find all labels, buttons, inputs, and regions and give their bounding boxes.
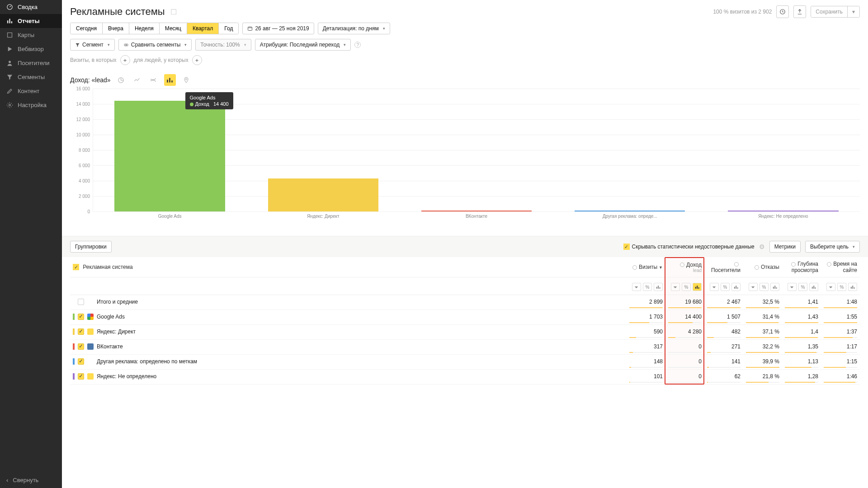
checkbox-icon[interactable]: ✓ — [73, 264, 79, 270]
row-checkbox[interactable] — [78, 373, 84, 380]
col-4[interactable]: Глубина просмотра — [782, 257, 821, 277]
sidebar-item-3[interactable]: Вебвизор — [0, 42, 62, 56]
bookmark-icon[interactable]: ☐ — [170, 8, 177, 16]
period-Месяц[interactable]: Месяц — [159, 23, 187, 34]
bar-icon[interactable] — [770, 283, 779, 291]
radio-icon[interactable] — [755, 265, 759, 270]
chart-pie-icon[interactable] — [115, 74, 127, 86]
col-3[interactable]: Отказы — [743, 257, 782, 277]
radio-icon[interactable] — [791, 262, 796, 267]
row-checkbox[interactable] — [78, 328, 84, 335]
bar-1[interactable]: Яндекс: Директ — [246, 89, 400, 211]
yandex-icon — [87, 328, 94, 335]
sidebar-item-0[interactable]: Сводка — [0, 0, 62, 14]
bar-icon[interactable] — [848, 283, 857, 291]
radio-icon[interactable] — [734, 262, 739, 267]
filter-icon[interactable]: ⏷ — [826, 283, 835, 291]
filter-icon[interactable]: ⏷ — [671, 283, 680, 291]
segment-button[interactable]: Сегмент▾ — [70, 39, 115, 51]
row-checkbox[interactable] — [78, 299, 84, 305]
sidebar-item-6[interactable]: Контент — [0, 84, 62, 98]
help-icon[interactable]: ? — [354, 42, 361, 48]
calendar-icon — [247, 26, 253, 31]
cell: 1:48 — [821, 295, 860, 310]
period-Год[interactable]: Год — [218, 23, 238, 34]
save-button[interactable]: Сохранить — [811, 6, 847, 17]
percent-icon[interactable]: % — [837, 283, 846, 291]
filter-icon[interactable]: ⏷ — [749, 283, 758, 291]
history-button[interactable] — [776, 5, 789, 18]
cell: 1,13 — [782, 355, 821, 370]
filter-icon[interactable]: ⏷ — [788, 283, 797, 291]
bar-icon[interactable] — [693, 283, 702, 291]
period-Квартал[interactable]: Квартал — [187, 23, 218, 34]
add-people-filter[interactable]: + — [192, 55, 202, 65]
col-2[interactable]: Посетители — [704, 257, 743, 277]
hide-insignificant-toggle[interactable]: ✓Скрывать статистически недостоверные да… — [623, 244, 755, 250]
bar-icon[interactable] — [654, 283, 663, 291]
col-name[interactable]: ✓ Рекламная система — [70, 257, 627, 277]
accuracy-button[interactable]: Точность: 100%▾ — [195, 39, 251, 51]
detalization-button[interactable]: Детализация: по дням▾ — [318, 23, 390, 34]
percent-icon[interactable]: % — [760, 283, 769, 291]
radio-icon[interactable] — [632, 265, 637, 270]
row-color-mark — [73, 328, 75, 335]
goal-button[interactable]: Выберите цель▾ — [805, 241, 860, 253]
filter-icon[interactable]: ⏷ — [632, 283, 641, 291]
play-icon — [6, 46, 13, 52]
row-name[interactable]: Яндекс: Не определено — [70, 370, 627, 383]
chart-line-icon[interactable] — [132, 74, 143, 86]
sidebar-item-label: Контент — [18, 88, 39, 94]
ytick: 16 000 — [76, 86, 90, 91]
date-range-button[interactable]: 26 авг — 25 ноя 2019 — [242, 23, 314, 34]
save-dropdown[interactable]: ▾ — [847, 6, 859, 17]
period-Сегодня[interactable]: Сегодня — [71, 23, 102, 34]
row-label: Яндекс: Не определено — [97, 373, 156, 380]
metrics-button[interactable]: Метрики — [769, 241, 801, 253]
chart-area-icon[interactable] — [148, 74, 160, 86]
export-button[interactable] — [793, 5, 806, 18]
bar-0[interactable]: Google AdsGoogle AdsДоход 14 400 — [93, 89, 246, 211]
bar-icon[interactable] — [731, 283, 741, 291]
row-name[interactable]: ВКонтакте — [70, 340, 627, 353]
sidebar-item-7[interactable]: Настройка — [0, 98, 62, 112]
period-Вчера[interactable]: Вчера — [102, 23, 129, 34]
sidebar-item-5[interactable]: Сегменты — [0, 70, 62, 84]
col-1[interactable]: Доходlead — [665, 257, 704, 277]
sidebar-item-1[interactable]: Отчеты — [0, 14, 62, 28]
gear-icon[interactable]: ⚙ — [759, 243, 765, 250]
period-Неделя[interactable]: Неделя — [129, 23, 159, 34]
grouping-button[interactable]: Группировки — [70, 241, 112, 253]
chart-bar-icon[interactable] — [164, 74, 176, 86]
row-checkbox[interactable] — [78, 358, 84, 365]
col-5[interactable]: Время на сайте — [821, 257, 860, 277]
row-name[interactable]: Google Ads — [70, 310, 627, 324]
sidebar-collapse[interactable]: ‹ Свернуть — [0, 472, 62, 488]
row-name[interactable]: Яндекс: Директ — [70, 325, 627, 338]
chart-map-icon[interactable] — [180, 74, 192, 86]
user-icon — [6, 60, 13, 66]
bar-4[interactable]: Яндекс: Не определено — [707, 89, 860, 211]
cell: 482 — [704, 325, 743, 340]
bar-3[interactable]: Другая реклама: опреде... — [553, 89, 707, 211]
sidebar-item-4[interactable]: Посетители — [0, 56, 62, 70]
percent-icon[interactable]: % — [721, 283, 730, 291]
row-checkbox[interactable] — [78, 314, 84, 320]
sidebar-item-2[interactable]: Карты — [0, 28, 62, 42]
percent-icon[interactable]: % — [643, 283, 652, 291]
radio-icon[interactable] — [827, 262, 831, 267]
row-name[interactable]: Другая реклама: определено по меткам — [70, 355, 627, 368]
bar-icon[interactable] — [809, 283, 818, 291]
radio-icon[interactable] — [680, 263, 684, 267]
col-0[interactable]: Визиты▼ — [627, 257, 665, 277]
row-name[interactable]: Итого и средние — [70, 295, 627, 309]
add-visit-filter[interactable]: + — [120, 55, 130, 65]
hide-insignificant-label: Скрывать статистически недостоверные дан… — [632, 244, 755, 250]
filter-icon[interactable]: ⏷ — [710, 283, 719, 291]
percent-icon[interactable]: % — [798, 283, 807, 291]
attribution-button[interactable]: Атрибуция: Последний переход▾ — [255, 39, 351, 51]
percent-icon[interactable]: % — [682, 283, 691, 291]
bar-2[interactable]: ВКонтакте — [400, 89, 553, 211]
row-checkbox[interactable] — [78, 343, 84, 350]
compare-button[interactable]: Сравнить сегменты▾ — [118, 39, 192, 51]
